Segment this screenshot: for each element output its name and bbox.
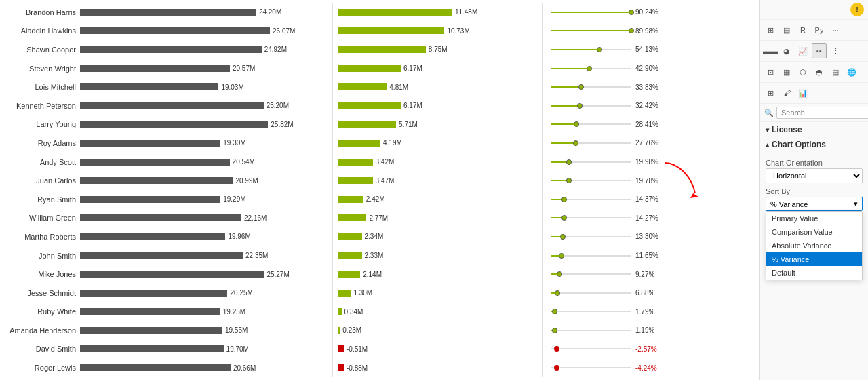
primary-bar-container: 19.70M	[80, 344, 327, 354]
primary-bar	[80, 364, 231, 371]
license-section-header[interactable]: ▾ License	[760, 122, 868, 137]
comparison-row: -0.51M	[338, 343, 537, 356]
primary-bar	[80, 102, 264, 109]
fields-icon-btn[interactable]: ⊞	[763, 86, 778, 100]
license-chevron-icon: ▾	[766, 126, 769, 134]
gauge-icon-btn[interactable]: ◓	[812, 64, 827, 79]
variance-dot	[587, 66, 592, 71]
variance-label: 9.27%	[635, 271, 673, 278]
comparison-row: 1.30M	[338, 286, 537, 299]
primary-bar	[80, 196, 220, 203]
variance-dot	[552, 309, 557, 314]
primary-row: Juan Carlos20.99M	[5, 174, 327, 187]
variance-row: 27.76%	[549, 136, 673, 149]
primary-bar-container: 24.92M	[80, 45, 327, 54]
primary-bar	[80, 233, 225, 240]
variance-row: 13.30%	[549, 230, 673, 243]
variance-line	[551, 162, 631, 163]
comparison-bar-container: 1.30M	[338, 288, 537, 298]
map-icon-btn[interactable]: 🌐	[844, 64, 859, 79]
primary-bar-container: 20.25M	[80, 288, 327, 298]
comparison-bar-label: 0.23M	[342, 326, 361, 334]
comparison-row: 4.19M	[338, 136, 537, 149]
comparison-bar	[338, 290, 351, 297]
variance-dot	[566, 159, 572, 165]
comparison-bar-label: 6.17M	[403, 64, 422, 72]
sort-option-primary-value[interactable]: Primary Value	[766, 212, 862, 225]
grid-icon-btn[interactable]: ⊞	[763, 22, 778, 37]
variance-label: 90.24%	[635, 8, 673, 16]
chart-options-section-header[interactable]: ▴ Chart Options	[760, 137, 868, 152]
variance-label: 14.27%	[635, 214, 673, 222]
comparison-bar-label: 2.14M	[363, 271, 382, 278]
scatter-icon-btn[interactable]: ⋮	[828, 43, 843, 58]
primary-bar	[80, 27, 270, 34]
primary-bar	[80, 9, 256, 16]
comparison-row: 3.47M	[338, 174, 537, 187]
variance-line	[551, 142, 631, 144]
comparison-bar-container: 3.47M	[338, 176, 537, 185]
comparison-bar-container: 5.71M	[338, 119, 537, 129]
comparison-bar	[338, 121, 396, 128]
heatmap-icon-btn[interactable]: ▦	[779, 64, 794, 79]
py-icon-btn[interactable]: Py	[812, 22, 827, 37]
funnel-icon-btn[interactable]: ⬡	[795, 64, 810, 79]
analytics-icon-btn[interactable]: 📊	[795, 86, 810, 100]
primary-row-label: Martha Roberts	[5, 233, 80, 241]
pie-icon-btn[interactable]: ◕	[779, 43, 794, 58]
variance-row: 54.13%	[549, 43, 673, 56]
orientation-dropdown[interactable]: Horizontal Vertical	[766, 168, 863, 183]
variance-row: 28.41%	[549, 118, 673, 131]
primary-bar-container: 19.25M	[80, 307, 327, 316]
primary-bar-label: 26.07M	[273, 27, 295, 35]
primary-bar	[80, 140, 220, 147]
variance-row: -2.57%	[549, 343, 673, 356]
sort-option-default[interactable]: Default	[766, 266, 862, 280]
primary-row-label: Jesse Schmidt	[5, 289, 80, 297]
sort-by-dropdown-selected[interactable]: % Variance ▾	[766, 197, 863, 211]
primary-row: Roy Adams19.30M	[5, 136, 327, 149]
comparison-row: -0.88M	[338, 362, 537, 375]
variance-row: 9.27%	[549, 268, 673, 281]
variance-icon-btn[interactable]: ▪▪	[812, 43, 827, 58]
primary-row: Shawn Cooper24.92M	[5, 43, 327, 56]
comparison-bar	[338, 196, 363, 203]
area-icon-btn[interactable]: ▤	[828, 64, 843, 79]
variance-row: 90.24%	[549, 5, 673, 18]
variance-label: 11.65%	[635, 252, 673, 259]
sort-option-absolute-variance[interactable]: Absolute Variance	[766, 239, 862, 252]
comparison-row: 4.81M	[338, 81, 537, 94]
variance-dot	[629, 10, 634, 15]
comparison-row: 11.48M	[338, 5, 537, 18]
comparison-row: 6.17M	[338, 99, 537, 112]
comparison-row: 2.34M	[338, 230, 537, 243]
bar-chart-icon-btn[interactable]: ▬▬	[763, 43, 778, 58]
table2-icon-btn[interactable]: ⊡	[763, 64, 778, 79]
comparison-row: 10.73M	[338, 24, 537, 37]
variance-line	[551, 199, 631, 200]
variance-dot-negative	[554, 346, 559, 352]
sort-option-pct-variance[interactable]: % Variance	[766, 252, 862, 266]
sort-by-dropdown-menu: Primary Value Comparison Value Absolute …	[766, 211, 863, 280]
format-icon-btn[interactable]: 🖌	[779, 86, 794, 100]
variance-label: 54.13%	[635, 45, 673, 53]
primary-row-label: David Smith	[5, 345, 80, 353]
variance-row: 33.83%	[549, 81, 673, 94]
variance-label: -4.24%	[635, 364, 673, 372]
search-input[interactable]	[776, 107, 868, 119]
line-icon-btn[interactable]: 📈	[795, 43, 810, 58]
table-icon-btn[interactable]: ▤	[779, 22, 794, 37]
primary-bar-container: 20.66M	[80, 363, 327, 373]
comparison-bar-container: -0.88M	[338, 363, 537, 373]
comparison-bar-label: 1.30M	[353, 289, 372, 297]
variance-label: 89.98%	[635, 27, 673, 35]
icon-toolbar-row3: ⊡ ▦ ⬡ ◓ ▤ 🌐	[760, 62, 868, 83]
variance-line	[551, 255, 631, 256]
comparison-bar-container: 8.75M	[338, 45, 537, 54]
sort-option-comparison-value[interactable]: Comparison Value	[766, 225, 862, 239]
more-icon-btn[interactable]: ···	[828, 22, 843, 37]
primary-row: Andy Scott20.54M	[5, 155, 327, 168]
primary-row: Steven Wright20.57M	[5, 62, 327, 75]
chart-icon-btn[interactable]: R	[795, 22, 810, 37]
variance-row: 42.90%	[549, 62, 673, 75]
